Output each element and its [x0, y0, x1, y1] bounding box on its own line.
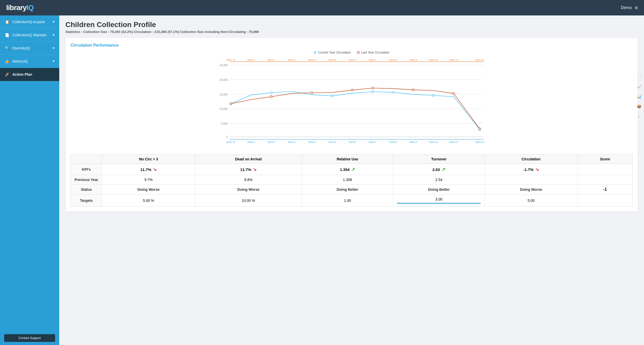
sidebar-item-left-action-plan: 🚀 Action Plan [4, 72, 32, 77]
kpi-col-rel-use: Relative Use [302, 154, 393, 164]
svg-text:2022-3: 2022-3 [288, 58, 295, 61]
chart-side-icons: 📄 📈 📊 📦 ↓ [636, 74, 642, 119]
sidebar-item-metrics-iq[interactable]: 🥧 MetricsIQ ▼ [0, 55, 59, 68]
last-dot-7 [372, 87, 374, 89]
kpi-label-status: Status [71, 185, 102, 195]
legend-current-label: Current Year Circulation [318, 51, 351, 54]
kpi-arrow-rel-use: ↗ [351, 167, 355, 172]
kpi-current-doa: 11.7% ↘ [195, 164, 302, 175]
sidebar: 📋 CollectionIQ Acquire ▼ 📄 CollectionIQ … [0, 15, 59, 345]
chart-line-icon[interactable]: 📈 [636, 84, 642, 90]
sidebar-label-action-plan: Action Plan [12, 72, 32, 76]
svg-text:2022-12: 2022-12 [226, 141, 235, 143]
kpi-status-circ: Doing Worse [485, 185, 578, 195]
kpi-current-score [578, 164, 632, 175]
kpi-col-doa: Dead on Arrival [195, 154, 302, 164]
svg-text:20,000: 20,000 [219, 79, 228, 81]
last-dot-12 [479, 128, 481, 130]
sidebar-footer: Contact Support [0, 331, 59, 345]
kpi-val-rel-use: 1.354 [340, 167, 350, 172]
chart-card: Circulation Performance Current Year Cir… [65, 38, 638, 212]
svg-text:2022-10: 2022-10 [429, 58, 438, 61]
current-dot-6 [372, 91, 374, 93]
kpi-col-no-circ: No Circ > 3 [102, 154, 195, 164]
kpi-status-score: -1 [578, 185, 632, 195]
kpi-label-targets: Targets [71, 195, 102, 206]
sidebar-item-diversity-iq[interactable]: 🔍 DiversityIQ ▼ [0, 42, 59, 55]
legend-last-label: Last Year Circulation [361, 51, 389, 54]
svg-text:2023-1: 2023-1 [247, 141, 255, 143]
kpi-arrow-turnover: ↗ [442, 167, 445, 172]
kpi-arrow-doa: ↘ [253, 167, 257, 172]
sidebar-item-collection-maintain[interactable]: 📄 CollectionIQ Maintain ▼ [0, 29, 59, 42]
hamburger-icon[interactable]: ≡ [635, 5, 638, 11]
kpi-prev-circ [485, 175, 578, 185]
kpi-status-doa: Doing Worse [195, 185, 302, 195]
svg-text:2023-4: 2023-4 [308, 141, 316, 143]
contact-support-button[interactable]: Contact Support [4, 334, 55, 342]
sidebar-icon-collection-acquire: 📋 [4, 19, 10, 25]
kpi-val-doa: 11.7% [240, 167, 251, 172]
svg-text:0: 0 [226, 136, 228, 139]
svg-text:2022-11: 2022-11 [449, 58, 458, 61]
kpi-col-circulation: Circulation [485, 154, 578, 164]
legend-last-dot [357, 51, 360, 54]
kpi-target-rel-use: 1.00 [302, 195, 393, 206]
kpi-col-turnover: Turnover [393, 154, 485, 164]
kpi-arrow-no-circ: ↘ [153, 167, 157, 172]
chevron-icon-diversity-iq: ▼ [52, 46, 55, 50]
svg-text:2022-1: 2022-1 [247, 58, 255, 61]
sidebar-label-collection-maintain: CollectionIQ Maintain [12, 33, 47, 37]
svg-text:10,000: 10,000 [219, 108, 228, 110]
kpi-status-rel-use: Doing Better [302, 185, 393, 195]
kpi-val-no-circ: 11.7% [140, 167, 151, 172]
kpi-previous-row: Previous Year 9.7% 8.8% 1.358 2.54 [71, 175, 633, 185]
current-dot-7 [392, 91, 394, 93]
kpi-target-turnover: 3.00 [393, 195, 485, 206]
svg-text:2022-12: 2022-12 [475, 58, 484, 61]
svg-text:2023-11: 2023-11 [449, 141, 458, 143]
legend-current-dot [314, 51, 316, 54]
kpi-table: No Circ > 3 Dead on Arrival Relative Use… [71, 154, 633, 206]
kpi-status-no-circ: Doing Worse [102, 185, 195, 195]
sidebar-label-diversity-iq: DiversityIQ [12, 46, 30, 50]
current-dot-4 [331, 95, 333, 97]
svg-text:2023-7: 2023-7 [369, 141, 376, 143]
chevron-icon-metrics-iq: ▼ [52, 59, 55, 63]
kpi-label-previous: Previous Year [71, 175, 102, 185]
last-dot-8 [412, 89, 414, 91]
kpi-prev-no-circ: 9.7% [102, 175, 195, 185]
sidebar-icon-diversity-iq: 🔍 [4, 45, 10, 51]
sidebar-item-left-metrics-iq: 🥧 MetricsIQ [4, 58, 28, 64]
svg-text:2023-6: 2023-6 [349, 141, 356, 143]
kpi-col-score: Score [578, 154, 632, 164]
download-icon[interactable]: ↓ [636, 113, 642, 119]
sidebar-item-collection-acquire[interactable]: 📋 CollectionIQ Acquire ▼ [0, 15, 59, 29]
layers-icon[interactable]: 📦 [636, 103, 642, 109]
chart-title: Circulation Performance [71, 43, 633, 48]
main-content: Children Collection Profile Statistics -… [59, 15, 644, 345]
kpi-status-row: Status Doing Worse Doing Worse Doing Bet… [71, 185, 633, 195]
last-dot-0 [230, 103, 232, 105]
sidebar-icon-collection-maintain: 📄 [4, 32, 10, 38]
sidebar-item-left-diversity-iq: 🔍 DiversityIQ [4, 45, 30, 51]
svg-text:2023-12: 2023-12 [475, 141, 484, 143]
svg-text:2023-5: 2023-5 [328, 141, 336, 143]
svg-text:2023-9: 2023-9 [409, 141, 417, 143]
legend-current: Current Year Circulation [314, 51, 351, 54]
kpi-target-no-circ: 5.00 % [102, 195, 195, 206]
sidebar-icon-metrics-iq: 🥧 [4, 58, 10, 64]
svg-text:15,000: 15,000 [219, 93, 228, 96]
top-nav: libraryIQ Demo ≡ [0, 0, 644, 15]
report-icon[interactable]: 📄 [636, 74, 642, 80]
nav-right: Demo ≡ [621, 5, 638, 11]
svg-text:25,000: 25,000 [219, 64, 228, 67]
svg-text:2022-6: 2022-6 [349, 58, 356, 61]
bar-chart-icon[interactable]: 📊 [636, 93, 642, 100]
kpi-prev-doa: 8.8% [195, 175, 302, 185]
sidebar-item-action-plan[interactable]: 🚀 Action Plan [0, 68, 59, 81]
svg-text:2022-4: 2022-4 [308, 58, 316, 61]
svg-text:2023-2: 2023-2 [268, 141, 275, 143]
chevron-icon-collection-maintain: ▼ [52, 33, 55, 37]
svg-text:2023-10: 2023-10 [429, 141, 438, 143]
